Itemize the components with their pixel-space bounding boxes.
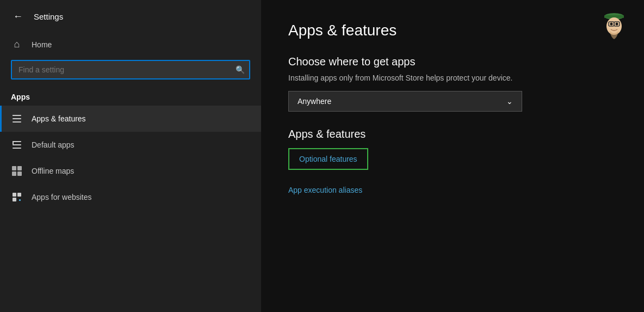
chevron-down-icon: ⌄ bbox=[506, 97, 513, 106]
choose-heading: Choose where to get apps bbox=[288, 56, 617, 68]
svg-rect-15 bbox=[19, 199, 21, 201]
default-apps-icon bbox=[11, 139, 23, 150]
apps-websites-icon bbox=[11, 192, 23, 203]
default-apps-label: Default apps bbox=[32, 140, 75, 149]
svg-point-19 bbox=[610, 23, 613, 26]
sidebar-item-offline-maps[interactable]: Offline maps bbox=[0, 158, 261, 184]
home-icon: ⌂ bbox=[11, 39, 23, 50]
search-input[interactable] bbox=[11, 60, 250, 79]
svg-rect-5 bbox=[13, 144, 21, 145]
svg-rect-10 bbox=[12, 172, 16, 176]
svg-rect-14 bbox=[13, 198, 16, 201]
sidebar: ← Settings ⌂ Home 🔍 Apps Apps & features bbox=[0, 0, 261, 312]
avatar bbox=[600, 11, 628, 38]
svg-rect-8 bbox=[12, 166, 16, 170]
dropdown-value: Anywhere bbox=[298, 97, 331, 106]
app-execution-aliases-link-wrap: App execution aliases bbox=[288, 185, 617, 200]
optional-features-link[interactable]: Optional features bbox=[288, 148, 368, 170]
svg-rect-12 bbox=[13, 193, 16, 197]
sidebar-item-apps-features[interactable]: Apps & features bbox=[0, 106, 261, 132]
sidebar-item-home[interactable]: ⌂ Home bbox=[0, 33, 261, 56]
svg-point-20 bbox=[616, 23, 618, 26]
apps-section-label: Apps bbox=[0, 88, 261, 106]
back-button[interactable]: ← bbox=[11, 9, 25, 25]
sidebar-header: ← Settings bbox=[0, 0, 261, 33]
svg-rect-9 bbox=[17, 166, 22, 170]
sidebar-item-apps-websites[interactable]: Apps for websites bbox=[0, 184, 261, 210]
apps-source-dropdown[interactable]: Anywhere ⌄ bbox=[288, 91, 522, 112]
home-label: Home bbox=[32, 40, 52, 49]
apps-features-subsection-title: Apps & features bbox=[288, 128, 617, 140]
main-content: Apps & features Choose where to get apps… bbox=[261, 0, 644, 312]
offline-maps-icon bbox=[11, 166, 23, 176]
search-box: 🔍 bbox=[11, 60, 250, 79]
svg-rect-1 bbox=[13, 118, 21, 119]
apps-features-label: Apps & features bbox=[32, 114, 86, 123]
svg-rect-11 bbox=[17, 172, 22, 176]
svg-rect-7 bbox=[13, 141, 14, 144]
page-title: Apps & features bbox=[288, 22, 617, 39]
svg-rect-2 bbox=[13, 121, 21, 123]
choose-desc: Installing apps only from Microsoft Stor… bbox=[288, 74, 617, 82]
optional-features-link-wrap: Optional features bbox=[288, 148, 617, 175]
sidebar-item-default-apps[interactable]: Default apps bbox=[0, 132, 261, 158]
apps-features-icon bbox=[11, 113, 23, 124]
svg-rect-0 bbox=[13, 115, 21, 116]
search-icon: 🔍 bbox=[236, 65, 245, 74]
svg-rect-6 bbox=[13, 148, 21, 149]
app-execution-aliases-link[interactable]: App execution aliases bbox=[288, 186, 362, 194]
apps-websites-label: Apps for websites bbox=[32, 193, 92, 201]
svg-rect-4 bbox=[13, 141, 21, 142]
sidebar-title: Settings bbox=[34, 12, 63, 21]
offline-maps-label: Offline maps bbox=[32, 167, 74, 175]
svg-rect-3 bbox=[13, 115, 14, 116]
svg-rect-13 bbox=[17, 193, 21, 197]
